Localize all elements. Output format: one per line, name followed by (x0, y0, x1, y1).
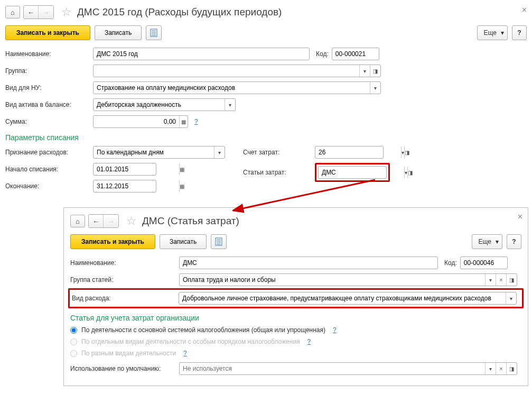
name-input[interactable] (179, 257, 438, 269)
calendar-icon[interactable]: ▦ (179, 180, 184, 192)
cost-item-combo[interactable]: ▾ ◨ (318, 166, 387, 179)
radio-main-tax-label: По деятельности с основной системой нало… (81, 326, 325, 334)
radio-various (70, 350, 77, 357)
name-input[interactable] (93, 48, 310, 60)
nav-back-forward[interactable]: ← → (88, 214, 119, 228)
nu-type-input[interactable] (94, 82, 370, 94)
list-icon (150, 29, 157, 37)
cost-account-input[interactable] (315, 146, 401, 158)
open-icon[interactable]: ◨ (407, 167, 413, 178)
expense-type-combo[interactable]: ▾ (179, 292, 517, 305)
forward-icon[interactable]: → (39, 6, 53, 19)
chevron-down-icon[interactable]: ▾ (225, 99, 235, 111)
label-sum: Сумма: (5, 118, 90, 125)
help-button[interactable]: ? (512, 25, 527, 40)
end-date-field[interactable]: ▦ (93, 180, 156, 193)
label-recognition: Признание расходов: (5, 149, 90, 156)
calendar-icon[interactable]: ▦ (179, 163, 184, 175)
code-input[interactable] (460, 257, 508, 269)
start-date-field[interactable]: ▦ (93, 163, 156, 176)
back-icon[interactable]: ← (24, 6, 39, 19)
group-combo[interactable]: ▾ × ◨ (179, 273, 517, 286)
favorite-star-icon[interactable]: ☆ (61, 5, 72, 19)
group-input[interactable] (180, 274, 485, 286)
label-code: Код: (444, 259, 457, 267)
label-nu-type: Вид для НУ: (5, 84, 90, 91)
save-and-close-button[interactable]: Записать и закрыть (5, 25, 90, 40)
chevron-down-icon[interactable]: ▾ (506, 292, 516, 304)
more-button[interactable]: Еще ▾ (472, 234, 502, 249)
sum-input[interactable] (94, 116, 179, 127)
label-start: Начало списания: (5, 166, 90, 173)
chevron-down-icon[interactable]: ▾ (370, 82, 380, 94)
page-title: ДМС 2015 год (Расходы будущих периодов) (77, 6, 282, 18)
end-date-input[interactable] (94, 180, 179, 192)
asset-type-combo[interactable]: ▾ (93, 98, 236, 111)
label-asset-type: Вид актива в балансе: (5, 101, 90, 108)
recognition-input[interactable] (94, 146, 214, 158)
section-writeoff-title: Параметры списания (5, 133, 527, 142)
forward-icon[interactable]: → (104, 215, 118, 227)
home-button[interactable]: ⌂ (5, 6, 20, 19)
list-icon-button[interactable] (211, 234, 227, 249)
help-link[interactable]: ? (333, 326, 337, 334)
help-link[interactable]: ? (194, 118, 198, 125)
save-button[interactable]: Записать (95, 25, 142, 40)
label-name: Наименование: (70, 259, 176, 267)
home-button[interactable]: ⌂ (70, 215, 85, 227)
help-link[interactable]: ? (183, 350, 187, 357)
window-deferred-expense: × ⌂ ← → ☆ ДМС 2015 год (Расходы будущих … (5, 5, 527, 197)
cost-account-combo[interactable]: ▾ ◨ (315, 146, 384, 159)
back-icon[interactable]: ← (89, 215, 104, 227)
list-icon-button[interactable] (146, 25, 162, 40)
code-input[interactable] (332, 48, 379, 60)
help-button[interactable]: ? (507, 234, 521, 249)
favorite-star-icon[interactable]: ☆ (126, 214, 137, 228)
expense-type-input[interactable] (179, 292, 506, 304)
default-usage-input[interactable] (180, 363, 485, 374)
label-name: Наименование: (5, 50, 90, 58)
cost-item-input[interactable] (319, 167, 404, 178)
chevron-down-icon[interactable]: ▾ (485, 274, 496, 286)
radio-special-tax (70, 338, 77, 345)
label-group: Группа: (5, 67, 90, 75)
label-cost-account: Счет затрат: (243, 149, 312, 156)
more-button[interactable]: Еще ▾ (477, 25, 508, 40)
list-icon (215, 237, 222, 246)
label-end: Окончание: (5, 182, 90, 190)
recognition-combo[interactable]: ▾ (93, 146, 225, 159)
sum-field[interactable]: ▦ (93, 115, 188, 128)
clear-icon[interactable]: × (496, 363, 506, 374)
group-input[interactable] (94, 65, 359, 77)
group-combo[interactable]: ▾ ◨ (93, 65, 381, 77)
open-icon[interactable]: ◨ (506, 363, 517, 374)
label-expense-type: Вид расхода: (72, 295, 175, 302)
nu-type-combo[interactable]: ▾ (93, 81, 381, 94)
highlight-cost-item: ▾ ◨ (315, 163, 390, 182)
window-cost-item: × ⌂ ← → ☆ ДМС (Статья затрат) Записать и… (63, 207, 528, 386)
radio-main-tax[interactable] (70, 327, 77, 334)
clear-icon[interactable]: × (496, 274, 506, 286)
highlight-expense-type: Вид расхода: ▾ (68, 288, 524, 308)
radio-special-tax-label: По отдельным видам деятельности с особым… (81, 338, 300, 345)
open-icon[interactable]: ◨ (506, 274, 517, 286)
close-icon[interactable]: × (522, 5, 527, 15)
start-date-input[interactable] (94, 163, 179, 175)
label-code: Код: (316, 50, 329, 58)
default-usage-combo[interactable]: ▾ × ◨ (179, 362, 517, 375)
nav-back-forward[interactable]: ← → (23, 5, 54, 19)
section-org-title: Статья для учета затрат организации (70, 314, 521, 322)
save-button[interactable]: Записать (160, 234, 207, 249)
chevron-down-icon[interactable]: ▾ (485, 363, 496, 374)
open-icon[interactable]: ◨ (370, 65, 380, 77)
chevron-down-icon: ▾ (501, 29, 504, 36)
save-and-close-button[interactable]: Записать и закрыть (70, 234, 155, 249)
chevron-down-icon[interactable]: ▾ (359, 65, 370, 77)
chevron-down-icon[interactable]: ▾ (214, 146, 225, 158)
open-icon[interactable]: ◨ (404, 146, 409, 158)
help-link[interactable]: ? (307, 338, 311, 345)
asset-type-input[interactable] (94, 99, 225, 111)
label-group: Группа статей: (70, 276, 176, 283)
close-icon[interactable]: × (518, 212, 522, 222)
calculator-icon[interactable]: ▦ (179, 116, 188, 127)
